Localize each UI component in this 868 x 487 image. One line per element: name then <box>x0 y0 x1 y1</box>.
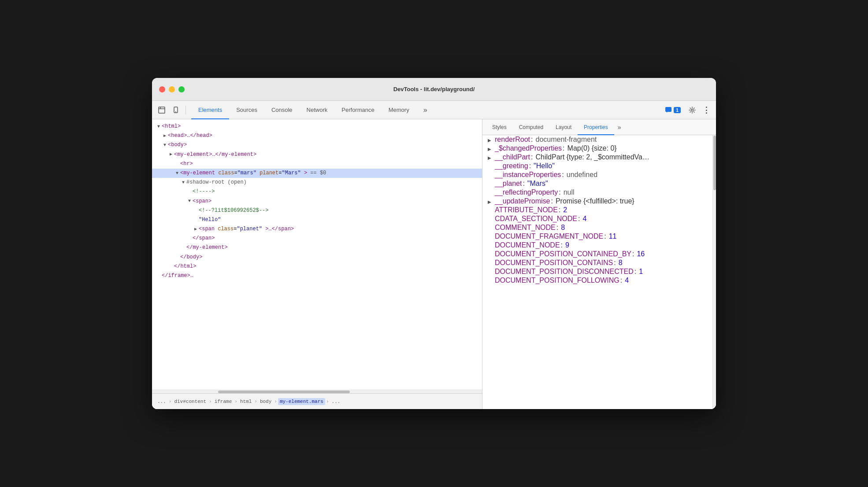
svg-point-2 <box>175 111 176 112</box>
close-button[interactable] <box>159 86 165 92</box>
breadcrumb-item-body[interactable]: body <box>258 398 273 405</box>
prop-render-root[interactable]: ▶ renderRoot : document-fragment <box>482 135 712 144</box>
settings-button[interactable] <box>686 104 698 116</box>
dom-line-hello[interactable]: "Hello" <box>152 215 482 225</box>
prop-doc-fragment-node[interactable]: DOCUMENT_FRAGMENT_NODE : 11 <box>482 232 712 241</box>
tab-network[interactable]: Network <box>300 101 335 119</box>
prop-triangle-childpart[interactable]: ▶ <box>488 155 494 160</box>
traffic-lights <box>159 86 185 92</box>
sub-tab-more[interactable]: » <box>614 119 625 135</box>
prop-panel: ▶ renderRoot : document-fragment ▶ _$cha… <box>482 135 712 409</box>
main-tabs: Elements Sources Console Network Perform… <box>191 101 661 119</box>
prop-triangle-promise[interactable]: ▶ <box>488 199 494 204</box>
dom-line-shadow-root[interactable]: ▼ #shadow-root (open) <box>152 178 482 187</box>
prop-doc-pos-contains[interactable]: DOCUMENT_POSITION_CONTAINS : 8 <box>482 258 712 267</box>
divider <box>185 106 186 114</box>
inspector-icon[interactable] <box>156 104 168 116</box>
dom-line-body[interactable]: ▼ <body> <box>152 140 482 150</box>
prop-comment-node[interactable]: COMMENT_NODE : 8 <box>482 223 712 232</box>
breadcrumb-bar: ... › div#content › iframe › html › body… <box>152 393 482 409</box>
toolbar-tools <box>156 101 188 119</box>
minimize-button[interactable] <box>169 86 175 92</box>
devtools-window: DevTools - lit.dev/playground/ <box>152 78 716 409</box>
triangle-body[interactable]: ▼ <box>162 142 168 149</box>
dom-line-my-element1[interactable]: ▶ <my-element>…</my-element> <box>152 150 482 159</box>
dom-line-head[interactable]: ▶ <head>…</head> <box>152 131 482 140</box>
prop-doc-pos-disconnected[interactable]: DOCUMENT_POSITION_DISCONNECTED : 1 <box>482 267 712 276</box>
v-scrollbar-thumb[interactable] <box>713 136 716 190</box>
window-title: DevTools - lit.dev/playground/ <box>393 86 475 92</box>
tab-console[interactable]: Console <box>264 101 300 119</box>
breadcrumb-item-div[interactable]: div#content <box>172 398 208 405</box>
triangle-span-planet[interactable]: ▶ <box>193 226 199 233</box>
maximize-button[interactable] <box>178 86 185 92</box>
sub-tab-layout[interactable]: Layout <box>549 120 578 135</box>
dom-line-span[interactable]: ▼ <span> <box>152 197 482 206</box>
breadcrumb-item-html[interactable]: html <box>238 398 253 405</box>
breadcrumb-item-dots[interactable]: ... <box>156 398 168 405</box>
prop-greeting[interactable]: __greeting : "Hello" <box>482 162 712 170</box>
titlebar: DevTools - lit.dev/playground/ <box>152 78 716 101</box>
dom-line-hr[interactable]: <hr> <box>152 159 482 169</box>
sub-tab-properties[interactable]: Properties <box>578 120 614 135</box>
prop-triangle-changed[interactable]: ▶ <box>488 147 494 151</box>
svg-rect-0 <box>159 107 165 113</box>
breadcrumb-item-more[interactable]: ... <box>330 398 342 405</box>
breadcrumb-item-iframe[interactable]: iframe <box>213 398 234 405</box>
prop-doc-pos-contained[interactable]: DOCUMENT_POSITION_CONTAINED_BY : 16 <box>482 250 712 258</box>
dom-line-my-element-close[interactable]: </my-element> <box>152 243 482 252</box>
sub-tab-styles[interactable]: Styles <box>486 120 513 135</box>
prop-update-promise[interactable]: ▶ __updatePromise : Promise {<fulfilled>… <box>482 197 712 206</box>
more-options-button[interactable]: ⋮ <box>700 104 712 116</box>
svg-point-4 <box>691 109 694 111</box>
properties-panel: Styles Computed Layout Properties » ▶ re… <box>482 119 716 409</box>
tab-elements[interactable]: Elements <box>191 101 229 119</box>
prop-cdata-node[interactable]: CDATA_SECTION_NODE : 4 <box>482 214 712 223</box>
devtools-panel: Elements Sources Console Network Perform… <box>152 101 716 409</box>
prop-instance-props[interactable]: __instanceProperties : undefined <box>482 170 712 179</box>
triangle-html[interactable]: ▼ <box>156 123 162 130</box>
dom-line-my-element-selected[interactable]: ▼ <my-element class="mars" planet="Mars"… <box>152 169 482 178</box>
dom-line-iframe-close[interactable]: </iframe>… <box>152 271 482 280</box>
dom-line-body-close[interactable]: </body> <box>152 253 482 262</box>
sub-tab-computed[interactable]: Computed <box>513 120 549 135</box>
sub-tabs: Styles Computed Layout Properties » <box>482 119 716 135</box>
prop-child-part[interactable]: ▶ __childPart : ChildPart {type: 2, _$co… <box>482 153 712 162</box>
prop-reflecting[interactable]: __reflectingProperty : null <box>482 188 712 197</box>
horizontal-scrollbar[interactable] <box>152 390 482 393</box>
dom-line-comment2[interactable]: <!--?lit$106992652$--> <box>152 206 482 215</box>
breadcrumb-item-my-element[interactable]: my-element.mars <box>278 398 325 405</box>
prop-triangle-renderroot[interactable]: ▶ <box>488 138 494 143</box>
triangle-my-element1[interactable]: ▶ <box>168 151 174 158</box>
prop-doc-node[interactable]: DOCUMENT_NODE : 9 <box>482 241 712 250</box>
main-content: ▼ <html> ▶ <head>…</head> ▼ <body> <box>152 119 716 409</box>
main-tab-bar: Elements Sources Console Network Perform… <box>152 101 716 119</box>
tab-sources[interactable]: Sources <box>229 101 264 119</box>
tab-performance[interactable]: Performance <box>334 101 381 119</box>
prop-planet[interactable]: __planet : "Mars" <box>482 179 712 188</box>
properties-scroll-area: ▶ renderRoot : document-fragment ▶ _$cha… <box>482 135 716 409</box>
prop-changed-props[interactable]: ▶ _$changedProperties : Map(0) {size: 0} <box>482 144 712 153</box>
device-toggle-icon[interactable] <box>170 104 182 116</box>
chat-button[interactable]: 1 <box>661 105 684 115</box>
prop-doc-pos-following[interactable]: DOCUMENT_POSITION_FOLLOWING : 4 <box>482 276 712 285</box>
vertical-scrollbar[interactable] <box>712 135 716 409</box>
dom-line-span-planet[interactable]: ▶ <span class="planet" >…</span> <box>152 225 482 234</box>
dom-panel: ▼ <html> ▶ <head>…</head> ▼ <body> <box>152 119 482 409</box>
tab-memory[interactable]: Memory <box>382 101 416 119</box>
toolbar-right: 1 ⋮ <box>661 101 712 119</box>
chat-badge: 1 <box>674 107 681 113</box>
triangle-shadow[interactable]: ▼ <box>180 179 186 186</box>
dom-tree: ▼ <html> ▶ <head>…</head> ▼ <body> <box>152 119 482 390</box>
dom-line-comment1[interactable]: <!----> <box>152 187 482 196</box>
prop-attribute-node[interactable]: ATTRIBUTE_NODE : 2 <box>482 206 712 214</box>
dom-line-html[interactable]: ▼ <html> <box>152 122 482 131</box>
dom-line-span-close[interactable]: </span> <box>152 234 482 243</box>
tab-more[interactable]: » <box>416 101 434 119</box>
triangle-span[interactable]: ▼ <box>186 198 193 205</box>
triangle-head[interactable]: ▶ <box>162 133 168 140</box>
dom-line-html-close[interactable]: </html> <box>152 262 482 271</box>
triangle-my-element-selected[interactable]: ▼ <box>174 170 180 177</box>
